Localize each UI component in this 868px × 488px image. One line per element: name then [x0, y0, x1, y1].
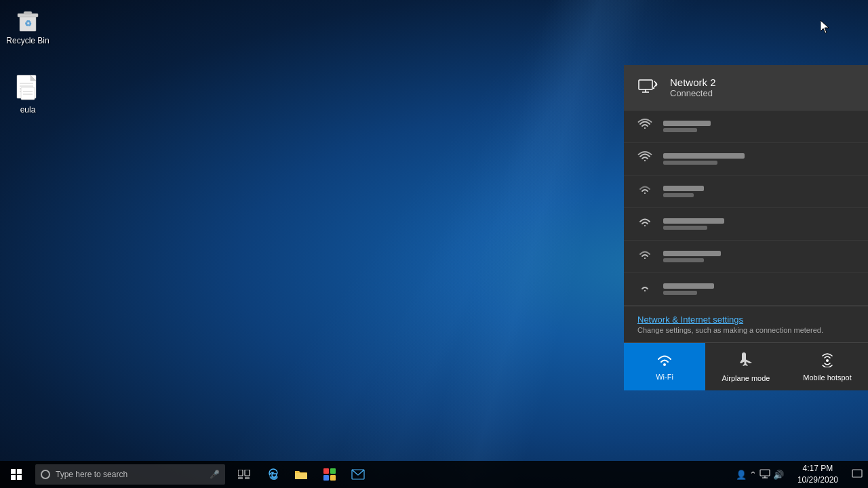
clock[interactable]: 4:17 PM 10/29/2020 [789, 461, 846, 488]
chevron-up-icon: ⌃ [749, 470, 757, 480]
task-view-icon [238, 470, 250, 479]
svg-rect-32 [852, 470, 862, 477]
wifi-signal-icon-1 [637, 119, 654, 134]
svg-rect-21 [238, 477, 243, 479]
svg-rect-26 [323, 475, 329, 481]
wifi-item-6[interactable] [624, 273, 868, 306]
mail-icon [351, 469, 365, 480]
wifi-item-1[interactable] [624, 110, 868, 143]
store-icon [323, 468, 336, 481]
wifi-name-3 [663, 186, 704, 197]
clock-date: 10/29/2020 [797, 474, 838, 486]
edge-icon [266, 468, 279, 481]
taskbar-right: 👤 ⌃ 🔊 4:17 PM 10/29/2020 [730, 461, 868, 488]
quick-actions: Wi-Fi Airplane mode [624, 342, 868, 390]
connected-network-header: Network 2 Connected [624, 65, 868, 110]
svg-rect-10 [21, 87, 35, 100]
svg-rect-23 [295, 473, 307, 479]
wifi-item-2[interactable] [624, 143, 868, 176]
airplane-quick-action[interactable]: Airplane mode [705, 343, 787, 390]
notification-button[interactable] [846, 461, 868, 488]
svg-rect-2 [24, 12, 32, 14]
system-icons[interactable]: 👤 ⌃ 🔊 [730, 461, 789, 488]
wifi-item-5[interactable] [624, 241, 868, 273]
file-explorer-button[interactable] [288, 461, 315, 488]
folder-icon [294, 468, 308, 481]
recycle-bin-icon[interactable]: ♻ Recycle Bin [1, 3, 55, 48]
mouse-cursor [821, 20, 829, 34]
recycle-bin-svg: ♻ [14, 6, 41, 33]
svg-rect-19 [238, 470, 243, 476]
mail-button[interactable] [344, 461, 372, 488]
edge-button[interactable] [259, 461, 286, 488]
search-placeholder: Type here to search [56, 470, 127, 479]
svg-rect-20 [245, 470, 250, 476]
eula-svg [14, 74, 41, 102]
svg-point-17 [663, 363, 666, 366]
network-settings-link[interactable]: Network & Internet settings [637, 314, 854, 325]
people-icon: 👤 [736, 470, 747, 480]
recycle-bin-label: Recycle Bin [6, 36, 49, 45]
wifi-name-6 [663, 283, 714, 295]
clock-time: 4:17 PM [803, 463, 833, 474]
wifi-qa-label: Wi-Fi [656, 373, 673, 381]
network-tray-icon [760, 469, 770, 481]
search-icon [41, 470, 50, 479]
svg-rect-13 [639, 80, 652, 89]
network-panel: Network 2 Connected [624, 65, 868, 390]
wifi-quick-action[interactable]: Wi-Fi [624, 343, 705, 390]
wifi-signal-icon-6 [637, 281, 654, 297]
wifi-name-5 [663, 251, 721, 262]
mic-icon[interactable]: 🎤 [210, 470, 220, 479]
wifi-qa-icon [656, 353, 673, 370]
wifi-name-2 [663, 153, 745, 165]
svg-rect-24 [323, 468, 329, 474]
wifi-signal-icon-3 [637, 184, 654, 199]
desktop: ♻ Recycle Bin eula [0, 0, 868, 488]
taskbar-icons [231, 461, 372, 488]
taskbar: Type here to search 🎤 [0, 461, 868, 488]
svg-rect-22 [245, 477, 250, 479]
svg-point-16 [653, 87, 654, 89]
hotspot-qa-icon [819, 352, 835, 371]
wifi-signal-icon-4 [637, 216, 654, 232]
connected-network-name: Network 2 [670, 77, 716, 88]
svg-rect-27 [330, 475, 336, 481]
svg-text:♻: ♻ [24, 19, 32, 28]
start-icon [11, 469, 22, 480]
hotspot-quick-action[interactable]: Mobile hotspot [787, 343, 868, 390]
eula-label: eula [20, 105, 36, 115]
network-connected-icon [637, 76, 659, 99]
svg-marker-33 [821, 20, 829, 33]
wifi-signal-icon-2 [637, 151, 654, 167]
volume-icon: 🔊 [773, 470, 784, 480]
task-view-button[interactable] [231, 461, 258, 488]
network-settings-section: Network & Internet settings Change setti… [624, 306, 868, 342]
connected-network-info: Network 2 Connected [670, 77, 716, 98]
wifi-item-4[interactable] [624, 208, 868, 241]
svg-rect-29 [760, 470, 770, 476]
connected-network-status: Connected [670, 88, 716, 98]
start-button[interactable] [0, 461, 33, 488]
wifi-list [624, 110, 868, 306]
svg-rect-25 [330, 468, 336, 474]
wifi-item-3[interactable] [624, 176, 868, 208]
airplane-qa-label: Airplane mode [722, 374, 770, 382]
wifi-name-1 [663, 121, 711, 132]
eula-icon[interactable]: eula [1, 71, 55, 117]
search-bar[interactable]: Type here to search 🎤 [35, 464, 225, 485]
svg-point-18 [826, 359, 829, 362]
network-settings-subtitle: Change settings, such as making a connec… [637, 326, 854, 334]
hotspot-qa-label: Mobile hotspot [803, 373, 852, 382]
airplane-qa-icon [738, 352, 754, 371]
wifi-signal-icon-5 [637, 249, 654, 264]
store-button[interactable] [316, 461, 343, 488]
wifi-name-4 [663, 218, 724, 230]
notification-icon [852, 469, 863, 480]
